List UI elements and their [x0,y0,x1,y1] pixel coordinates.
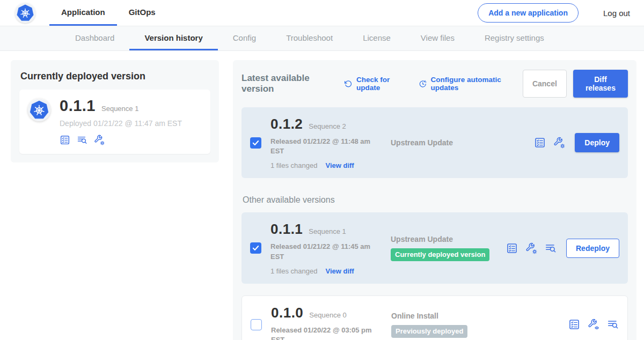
tab-view-files[interactable]: View files [406,26,470,50]
check-for-update-link[interactable]: Check for update [344,76,411,92]
version-row-0-1-0: 0.1.0 Sequence 0 Released 01/20/22 @ 03:… [241,295,628,340]
sequence-label: Sequence 2 [309,122,346,130]
version-actions [568,319,619,330]
kubernetes-logo-icon [15,3,35,23]
release-notes-icon[interactable] [568,319,580,330]
currently-deployed-panel: Currently deployed version 0.1.1 Sequenc… [11,60,219,162]
version-actions: Redeploy [506,239,619,258]
tab-application[interactable]: Application [49,0,117,26]
version-actions: Deploy [534,133,619,152]
version-number: 0.1.2 [270,116,303,132]
logs-icon[interactable] [607,319,619,330]
version-select-checkbox[interactable] [250,242,261,254]
version-select-checkbox[interactable] [251,319,262,330]
configure-automatic-updates-label: Configure automatic updates [431,76,523,92]
tab-gitops[interactable]: GitOps [117,0,167,26]
logs-icon[interactable] [545,242,557,254]
version-number: 0.1.1 [270,221,303,238]
checkmark-icon [252,139,260,147]
config-wrench-eye-icon[interactable] [588,319,599,330]
deployed-version-number: 0.1.1 [60,97,96,115]
logout-button[interactable]: Log out [590,9,630,18]
release-notes-icon[interactable] [534,137,546,149]
deploy-button[interactable]: Deploy [575,133,619,152]
config-wrench-gear-icon[interactable] [553,137,565,149]
released-timestamp: Released 01/21/22 @ 11:45 am EST [270,242,376,261]
version-info: 0.1.1 Sequence 1 Released 01/21/22 @ 11:… [270,221,376,275]
top-nav-tabs: Application GitOps [49,0,167,26]
version-number: 0.1.0 [271,305,303,321]
configure-automatic-updates-link[interactable]: Configure automatic updates [419,76,523,92]
files-changed-label: 1 files changed [270,267,317,275]
tab-dashboard[interactable]: Dashboard [60,26,129,50]
diff-releases-button[interactable]: Diff releases [573,70,628,98]
currently-deployed-title: Currently deployed version [20,71,210,82]
version-source: Online Install Previously deployed [376,312,568,338]
version-row-0-1-1: 0.1.1 Sequence 1 Released 01/21/22 @ 11:… [241,212,628,283]
sequence-label: Sequence 0 [309,311,346,319]
deployed-timestamp: Deployed 01/21/22 @ 11:47 am EST [60,119,182,128]
logs-icon[interactable] [77,135,87,145]
deployed-sequence-label: Sequence 1 [101,105,138,113]
refresh-icon [344,79,353,88]
deployed-version-info: 0.1.1 Sequence 1 Deployed 01/21/22 @ 11:… [60,97,182,145]
app-sub-nav: Dashboard Version history Config Trouble… [0,26,644,51]
clock-refresh-icon [419,79,427,88]
tab-troubleshoot[interactable]: Troubleshoot [271,26,348,50]
app-kubernetes-logo-icon [28,99,50,121]
version-info: 0.1.0 Sequence 0 Released 01/20/22 @ 03:… [271,305,376,340]
released-timestamp: Released 01/20/22 @ 03:05 pm EST [271,326,376,340]
version-row-0-1-2: 0.1.2 Sequence 2 Released 01/21/22 @ 11:… [241,107,628,178]
version-source: Upstream Update Currently deployed versi… [376,235,506,261]
check-for-update-label: Check for update [356,76,411,92]
latest-available-title: Latest available version [241,73,336,94]
currently-deployed-badge: Currently deployed version [391,248,489,261]
checkmark-icon [252,244,260,252]
tab-config[interactable]: Config [218,26,271,50]
released-timestamp: Released 01/21/22 @ 11:48 am EST [270,137,376,156]
available-versions-header: Latest available version Check for updat… [241,70,628,98]
redeploy-button[interactable]: Redeploy [566,239,619,258]
add-new-application-button[interactable]: Add a new application [478,3,579,23]
previously-deployed-badge: Previously deployed [391,325,467,338]
available-versions-panel: Latest available version Check for updat… [233,60,636,340]
other-available-versions-title: Other available versions [243,195,628,205]
version-select-checkbox[interactable] [250,137,261,149]
top-nav: Application GitOps Add a new application… [0,0,644,26]
config-wrench-gear-icon[interactable] [94,135,105,145]
config-wrench-gear-icon[interactable] [525,242,537,254]
tab-license[interactable]: License [348,26,406,50]
version-source: Upstream Update [376,138,534,147]
version-info: 0.1.2 Sequence 2 Released 01/21/22 @ 11:… [270,116,376,169]
top-nav-right: Add a new application Log out [478,0,630,26]
tab-version-history[interactable]: Version history [129,26,217,50]
header-actions: Cancel Diff releases [523,70,628,98]
deployed-version-card: 0.1.1 Sequence 1 Deployed 01/21/22 @ 11:… [19,90,210,154]
files-changed-label: 1 files changed [270,161,317,169]
view-diff-link[interactable]: View diff [325,161,354,169]
release-notes-icon[interactable] [60,135,70,145]
release-notes-icon[interactable] [506,242,518,254]
cancel-button[interactable]: Cancel [523,70,567,98]
tab-registry-settings[interactable]: Registry settings [470,26,559,50]
deployed-version-actions [60,135,182,145]
main-content: Currently deployed version 0.1.1 Sequenc… [0,51,644,340]
view-diff-link[interactable]: View diff [325,267,354,275]
sequence-label: Sequence 1 [309,227,346,235]
